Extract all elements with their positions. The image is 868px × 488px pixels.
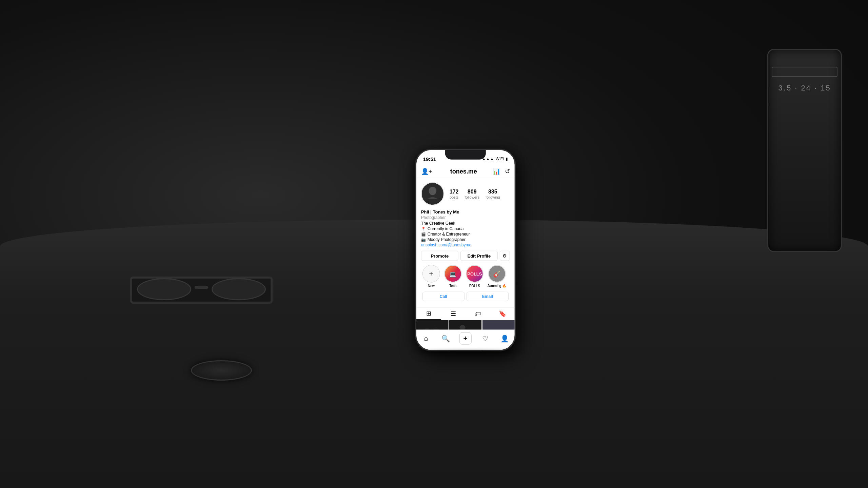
- status-bar: 19:51 ▲▲▲ WiFi ▮: [416, 150, 515, 165]
- highlight-tech[interactable]: 💻 Tech: [444, 265, 462, 288]
- svg-rect-3: [422, 199, 443, 205]
- svg-point-1: [429, 187, 437, 195]
- tab-saved[interactable]: 🔖: [490, 308, 515, 320]
- highlight-tech-circle: 💻: [444, 265, 462, 283]
- location-icon: 📍: [421, 226, 426, 231]
- bio-line-photographer: 📷 Moody Photographer: [421, 237, 510, 242]
- tab-tag[interactable]: 🏷: [466, 308, 490, 320]
- bio-name: Phil | Tones by Me: [421, 209, 510, 215]
- tab-grid[interactable]: ⊞: [416, 308, 441, 320]
- highlight-tech-svg: 💻: [445, 265, 461, 283]
- history-icon[interactable]: ↺: [505, 168, 510, 175]
- lens-cap-prop: [191, 360, 252, 381]
- contact-row: Call Email: [421, 292, 510, 305]
- bio-line1-text: The Creative Geek: [421, 221, 455, 226]
- followers-count: 809: [468, 188, 477, 195]
- highlights-row: + New: [421, 265, 510, 292]
- notch: [445, 150, 486, 160]
- profile-username: tones.me: [435, 168, 493, 175]
- stats-row: 172 posts 809 followers 835 following: [450, 188, 510, 199]
- profile-top: 172 posts 809 followers 835 following: [421, 182, 510, 205]
- glasses-prop: [130, 270, 273, 317]
- wifi-icon: WiFi: [496, 157, 504, 161]
- edit-profile-button[interactable]: Edit Profile: [460, 251, 498, 261]
- header-action-icons: 📊 ↺: [493, 168, 510, 175]
- bio-subtitle: Photographer: [421, 215, 510, 220]
- stat-followers[interactable]: 809 followers: [465, 188, 479, 199]
- nav-home[interactable]: ⌂: [420, 332, 432, 344]
- posts-label: posts: [450, 195, 458, 199]
- phone: 19:51 ▲▲▲ WiFi ▮ 👤+ tones.me 📊 ↺: [416, 150, 515, 350]
- stats-icon[interactable]: 📊: [493, 168, 500, 175]
- bio-line-location: 📍 Currently in Canada: [421, 226, 510, 231]
- avatar-svg: [422, 182, 443, 205]
- svg-text:💻: 💻: [449, 271, 456, 278]
- nav-search[interactable]: 🔍: [440, 332, 452, 344]
- bio-link[interactable]: unsplash.com/@tonesbyme: [421, 243, 510, 247]
- battery-icon: ▮: [506, 157, 508, 161]
- following-count: 835: [488, 188, 497, 195]
- bio-line2-text: Currently in Canada: [428, 226, 464, 231]
- stat-following[interactable]: 835 following: [486, 188, 500, 199]
- tab-list[interactable]: ☰: [441, 308, 466, 320]
- camera-icon: 📷: [421, 237, 426, 242]
- phone-shadow: [420, 350, 518, 353]
- avatar[interactable]: [421, 182, 444, 205]
- action-buttons: Promote Edit Profile ⚙: [421, 251, 510, 261]
- highlight-polls-svg: POLLS: [467, 265, 483, 283]
- creator-icon: 🎬: [421, 232, 426, 236]
- bio-line-creator: 🎬 Creator & Entrepreneur: [421, 232, 510, 237]
- promote-button[interactable]: Promote: [421, 251, 458, 261]
- content-tabs: ⊞ ☰ 🏷 🔖: [416, 307, 515, 320]
- call-button[interactable]: Call: [422, 292, 465, 301]
- svg-point-18: [460, 325, 466, 330]
- highlight-new-label: New: [428, 284, 435, 288]
- svg-text:POLLS: POLLS: [467, 271, 482, 277]
- bio-line3-text: Creator & Entrepreneur: [428, 232, 470, 237]
- following-label: following: [486, 195, 500, 199]
- highlight-new[interactable]: + New: [422, 265, 440, 288]
- settings-button[interactable]: ⚙: [500, 251, 510, 261]
- stat-posts[interactable]: 172 posts: [450, 188, 459, 199]
- nav-activity[interactable]: ♡: [479, 332, 491, 344]
- camera-lens-prop: 3.5 · 24 · 15: [767, 49, 842, 252]
- highlight-jamming-label: Jamming 🔥: [488, 284, 506, 288]
- svg-text:🎸: 🎸: [493, 270, 501, 278]
- posts-count: 172: [450, 188, 459, 195]
- highlight-jamming-svg: 🎸: [489, 265, 505, 283]
- status-icons: ▲▲▲ WiFi ▮: [482, 157, 508, 161]
- nav-profile[interactable]: 👤: [499, 332, 511, 344]
- add-person-icon[interactable]: 👤+: [421, 168, 432, 175]
- bio-line-creative: The Creative Geek: [421, 221, 510, 226]
- avatar-image: [422, 183, 443, 205]
- highlight-jamming[interactable]: 🎸 Jamming 🔥: [488, 265, 506, 288]
- bottom-nav: ⌂ 🔍 + ♡ 👤: [416, 330, 515, 350]
- highlight-jamming-circle: 🎸: [488, 265, 506, 283]
- highlight-tech-label: Tech: [449, 284, 456, 288]
- highlight-polls[interactable]: POLLS POLLS: [466, 265, 484, 288]
- phone-wrapper: 19:51 ▲▲▲ WiFi ▮ 👤+ tones.me 📊 ↺: [416, 150, 515, 350]
- highlight-polls-label: POLLS: [469, 284, 480, 288]
- bio-section: Phil | Tones by Me Photographer The Crea…: [421, 209, 510, 247]
- status-time: 19:51: [423, 156, 436, 162]
- phone-screen: 19:51 ▲▲▲ WiFi ▮ 👤+ tones.me 📊 ↺: [416, 150, 515, 350]
- instagram-header: 👤+ tones.me 📊 ↺: [416, 165, 515, 178]
- bio-line4-text: Moody Photographer: [428, 237, 466, 242]
- email-button[interactable]: Email: [467, 292, 509, 301]
- profile-section: 172 posts 809 followers 835 following: [416, 178, 515, 307]
- highlight-polls-circle: POLLS: [466, 265, 484, 283]
- highlight-new-circle: +: [422, 265, 440, 283]
- followers-label: followers: [465, 195, 479, 199]
- nav-add[interactable]: +: [459, 332, 472, 344]
- highlight-new-icon: +: [429, 269, 433, 278]
